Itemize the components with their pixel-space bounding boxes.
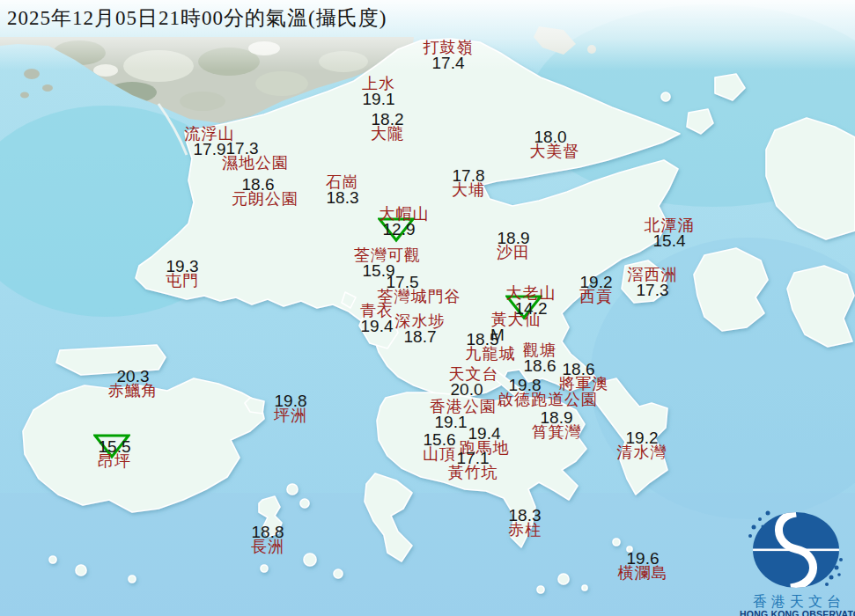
page-title: 2025年12月05日21時00分的氣溫(攝氏度) — [7, 4, 387, 32]
falling-trend-icon — [378, 216, 415, 246]
falling-trend-icon — [505, 294, 542, 324]
airport-island — [56, 345, 166, 375]
falling-trend-icon — [93, 433, 130, 463]
observatory-logo-icon — [740, 506, 854, 590]
observatory-logo-chinese-name: 香港天文台 — [744, 594, 854, 609]
hong-kong-map — [0, 0, 855, 616]
observatory-logo: 香港天文台 HONG KONG OBSERVATORY — [740, 506, 854, 615]
weather-map-page: 2025年12月05日21時00分的氣溫(攝氏度) 打鼓嶺17.4上水19.11… — [0, 0, 855, 616]
observatory-logo-english-name: HONG KONG OBSERVATORY — [740, 609, 854, 616]
